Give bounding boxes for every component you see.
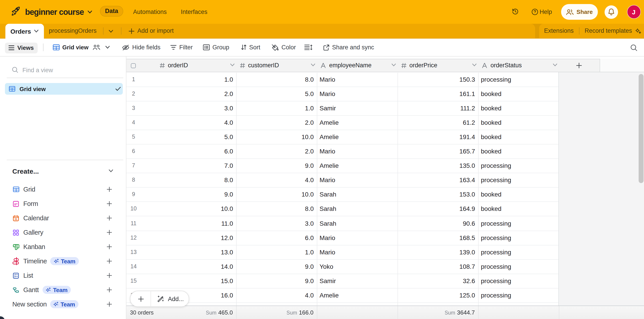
svg-text:31: 31: [14, 218, 17, 220]
